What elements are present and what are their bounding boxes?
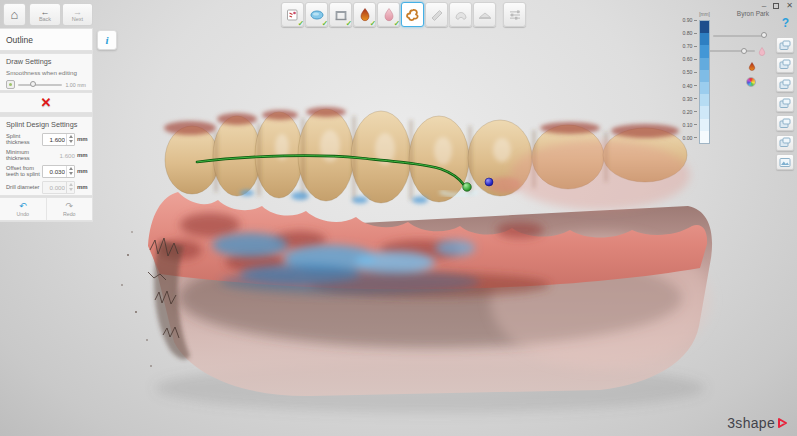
smoothness-slider-handle[interactable]	[30, 81, 36, 87]
scale-tick-label: 0.60	[682, 56, 692, 62]
articulator-step-button[interactable]	[329, 2, 352, 27]
insert-direction-step-button[interactable]	[305, 2, 328, 27]
setting-row-offset: Offset from teeth to splint mm	[0, 163, 92, 179]
waxup-step-button[interactable]	[353, 2, 376, 27]
scale-tick-label: 0.30	[682, 96, 692, 102]
setting-label: Minimum thickness	[6, 149, 49, 161]
home-icon: ⌂	[11, 7, 19, 22]
splint-settings-title: Splint Design Settings	[0, 117, 92, 131]
spline-control-point-blue[interactable]	[485, 178, 493, 186]
blockout-step-button[interactable]	[425, 2, 448, 27]
redo-button[interactable]: ↷ Redo	[46, 198, 93, 220]
window-controls: – ✕	[762, 2, 793, 10]
spline-control-point-green[interactable]	[463, 183, 472, 192]
view-capture-button-3[interactable]	[776, 76, 794, 92]
delete-outline-button[interactable]: ✕	[41, 96, 52, 109]
spinner-arrows[interactable]	[66, 134, 74, 145]
outline-step-button[interactable]	[401, 2, 424, 27]
waxup-icon	[357, 7, 373, 23]
next-arrow-icon: →	[73, 8, 82, 16]
splint-design-step-button[interactable]	[449, 2, 472, 27]
gingiva-icon	[381, 7, 397, 23]
redo-label: Redo	[63, 211, 76, 217]
panel-title: Outline	[6, 35, 33, 45]
help-button[interactable]: ?	[782, 16, 789, 30]
unit-label: mm	[77, 152, 89, 158]
gingiva-step-button[interactable]	[377, 2, 400, 27]
camera-window-icon	[779, 118, 791, 129]
sculpt-toolkit-icon	[507, 7, 523, 23]
splint-settings-card: Splint Design Settings Splint thickness …	[0, 116, 93, 196]
scan-icon	[285, 7, 301, 23]
back-button[interactable]: ← Back	[29, 3, 61, 26]
draw-settings-title: Draw Settings	[0, 54, 92, 68]
close-button[interactable]: ✕	[786, 2, 793, 10]
view-capture-button-4[interactable]	[776, 96, 794, 112]
outline-icon	[405, 7, 421, 23]
gingiva-opacity-handle[interactable]	[741, 48, 747, 54]
logo-text: 3shape	[727, 415, 775, 431]
color-texture-icon	[746, 77, 756, 87]
splint-design-icon	[453, 7, 469, 23]
insert-direction-icon	[309, 7, 325, 23]
scale-tick-label: 0.50	[682, 69, 692, 75]
spinner-arrows	[66, 182, 74, 193]
finalize-step-button[interactable]	[473, 2, 496, 27]
undo-button[interactable]: ↶ Undo	[0, 198, 46, 220]
back-arrow-icon: ←	[41, 8, 50, 16]
logo-triangle-icon	[776, 417, 788, 429]
info-button[interactable]: i	[97, 30, 117, 50]
minimum-thickness-value: 1.600	[51, 152, 75, 159]
unit-label: mm	[77, 136, 89, 142]
camera-window-icon	[779, 79, 791, 90]
workflow-toolbar	[281, 2, 526, 27]
unit-label: mm	[77, 184, 89, 190]
camera-window-icon	[779, 137, 791, 148]
scale-ticks: 0.90 0.80 0.70 0.60 0.50 0.40 0.30 0.20 …	[676, 17, 697, 141]
view-capture-button-6[interactable]	[776, 135, 794, 151]
splint-thickness-input[interactable]	[43, 134, 66, 145]
drill-diameter-input	[43, 182, 66, 193]
teeth-opacity-slider[interactable]	[713, 35, 766, 37]
minimize-button[interactable]: –	[762, 2, 766, 10]
setting-label: Splint thickness	[6, 133, 40, 145]
camera-window-icon	[779, 59, 791, 70]
finalize-icon	[477, 7, 493, 23]
camera-window-icon	[779, 40, 791, 51]
undo-label: Undo	[16, 211, 29, 217]
view-capture-button-5[interactable]	[776, 115, 794, 131]
scale-unit-label: [mm]	[698, 12, 711, 17]
draw-settings-card: Draw Settings Smoothness when editing 1.…	[0, 53, 93, 91]
restore-button[interactable]	[773, 3, 779, 9]
setting-row-minimum-thickness: Minimum thickness 1.600 mm	[0, 147, 92, 163]
home-button[interactable]: ⌂	[3, 3, 26, 26]
scan-step-button[interactable]	[281, 2, 304, 27]
scale-gradient-bar	[699, 20, 710, 144]
sculpt-toolkit-button[interactable]	[503, 2, 526, 27]
redo-icon: ↷	[65, 202, 73, 211]
delete-card: ✕	[0, 92, 93, 113]
image-icon	[779, 157, 791, 168]
export-image-button[interactable]	[776, 154, 794, 170]
view-tools-column	[776, 37, 794, 170]
smoothness-label: Smoothness when editing	[0, 68, 92, 76]
outline-header: Outline	[0, 28, 93, 51]
scale-tick-label: 0.90	[682, 17, 692, 23]
scale-tick-label: 0.20	[682, 109, 692, 115]
smoothness-slider[interactable]	[18, 84, 62, 86]
user-name: Byron Park	[737, 10, 769, 17]
setting-label: Drill diameter	[6, 184, 40, 190]
view-capture-button-2[interactable]	[776, 57, 794, 73]
offset-input[interactable]	[43, 166, 66, 177]
undo-icon: ↶	[19, 202, 27, 211]
view-capture-button-1[interactable]	[776, 37, 794, 53]
camera-window-icon	[779, 98, 791, 109]
spinner-arrows[interactable]	[66, 166, 74, 177]
info-icon: i	[105, 34, 108, 46]
scale-tick-label: 0.40	[682, 83, 692, 89]
next-button[interactable]: → Next	[62, 3, 93, 26]
thickness-color-scale: [mm] 0.90 0.80 0.70 0.60 0.50 0.40 0.30 …	[676, 12, 712, 152]
articulator-icon	[333, 7, 349, 23]
smoothness-icon	[6, 80, 15, 89]
unit-label: mm	[77, 168, 89, 174]
